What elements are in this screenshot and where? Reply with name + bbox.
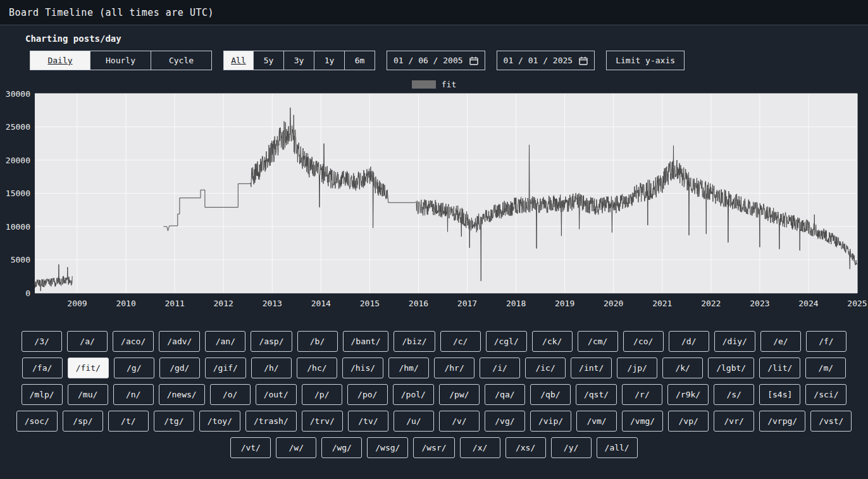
board-button-s4s[interactable]: [s4s] <box>759 384 800 405</box>
board-button-qb[interactable]: /qb/ <box>530 384 571 405</box>
board-button-vm[interactable]: /vm/ <box>576 411 617 432</box>
range-button-1y[interactable]: 1y <box>314 51 345 70</box>
board-button-wsg[interactable]: /wsg/ <box>367 437 408 458</box>
board-button-b[interactable]: /b/ <box>297 331 338 352</box>
range-button-all[interactable]: All <box>223 51 254 70</box>
board-button-jp[interactable]: /jp/ <box>617 358 657 378</box>
board-button-fit[interactable]: /fit/ <box>68 358 109 378</box>
board-button-d[interactable]: /d/ <box>669 331 709 352</box>
board-button-lit[interactable]: /lit/ <box>759 358 800 378</box>
board-button-asp[interactable]: /asp/ <box>251 331 292 352</box>
board-button-sci[interactable]: /sci/ <box>805 384 846 405</box>
board-button-cgl[interactable]: /cgl/ <box>486 331 527 352</box>
board-button-out[interactable]: /out/ <box>256 384 297 405</box>
board-button-adv[interactable]: /adv/ <box>159 331 200 352</box>
board-button-mu[interactable]: /mu/ <box>68 384 108 405</box>
board-button-biz[interactable]: /biz/ <box>394 331 435 352</box>
board-button-toy[interactable]: /toy/ <box>199 411 240 432</box>
board-button-vp[interactable]: /vp/ <box>668 411 709 432</box>
board-button-mlp[interactable]: /mlp/ <box>22 384 63 405</box>
board-button-gd[interactable]: /gd/ <box>159 358 200 378</box>
limit-y-axis-button[interactable]: Limit y-axis <box>606 51 685 70</box>
board-button-y[interactable]: /y/ <box>551 437 592 458</box>
board-button-pw[interactable]: /pw/ <box>439 384 480 405</box>
board-button-gif[interactable]: /gif/ <box>205 358 246 378</box>
board-button-x[interactable]: /x/ <box>460 437 500 458</box>
board-button-h[interactable]: /h/ <box>251 358 292 378</box>
board-button-o[interactable]: /o/ <box>210 384 251 405</box>
range-button-3y[interactable]: 3y <box>284 51 314 70</box>
board-button-xs[interactable]: /xs/ <box>505 437 546 458</box>
board-button-k[interactable]: /k/ <box>662 358 703 378</box>
board-button-w[interactable]: /w/ <box>276 437 316 458</box>
x-tick-label: 2014 <box>311 299 331 308</box>
board-button-bant[interactable]: /bant/ <box>343 331 389 352</box>
chart-legend[interactable]: fit <box>0 78 868 90</box>
board-button-sp[interactable]: /sp/ <box>63 411 103 432</box>
board-button-n[interactable]: /n/ <box>113 384 154 405</box>
chart-subtitle: Charting posts/day <box>25 34 868 44</box>
board-button-v[interactable]: /v/ <box>439 411 480 432</box>
board-button-c[interactable]: /c/ <box>440 331 481 352</box>
board-button-pol[interactable]: /pol/ <box>393 384 434 405</box>
board-button-vt[interactable]: /vt/ <box>230 437 271 458</box>
board-button-an[interactable]: /an/ <box>205 331 245 352</box>
board-button-vst[interactable]: /vst/ <box>810 411 852 432</box>
board-button-3[interactable]: /3/ <box>22 331 62 352</box>
board-button-qa[interactable]: /qa/ <box>485 384 525 405</box>
board-button-wg[interactable]: /wg/ <box>321 437 362 458</box>
board-button-his[interactable]: /his/ <box>342 358 383 378</box>
board-button-hc[interactable]: /hc/ <box>297 358 337 378</box>
board-button-all[interactable]: /all/ <box>597 437 638 458</box>
range-button-6m[interactable]: 6m <box>345 51 375 70</box>
board-button-s[interactable]: /s/ <box>714 384 754 405</box>
board-button-m[interactable]: /m/ <box>805 358 846 378</box>
date-to-input[interactable]: 01 / 01 / 2025 <box>497 51 595 70</box>
board-button-e[interactable]: /e/ <box>760 331 801 352</box>
board-button-po[interactable]: /po/ <box>347 384 388 405</box>
board-selector: /3//a//aco//adv//an//asp//b//bant//biz//… <box>0 331 868 458</box>
board-button-hm[interactable]: /hm/ <box>388 358 429 378</box>
board-button-r[interactable]: /r/ <box>622 384 662 405</box>
mode-button-cycle[interactable]: Cycle <box>151 51 212 70</box>
board-button-r9k[interactable]: /r9k/ <box>667 384 709 405</box>
date-from-input[interactable]: 01 / 06 / 2005 <box>387 51 485 70</box>
mode-button-hourly[interactable]: Hourly <box>90 51 151 70</box>
board-button-vg[interactable]: /vg/ <box>485 411 525 432</box>
board-button-wsr[interactable]: /wsr/ <box>413 437 454 458</box>
board-button-p[interactable]: /p/ <box>302 384 342 405</box>
board-button-vmg[interactable]: /vmg/ <box>622 411 663 432</box>
board-button-diy[interactable]: /diy/ <box>714 331 755 352</box>
posts-per-day-chart[interactable]: 0500010000150002000025000300002009201020… <box>0 91 868 314</box>
board-button-trv[interactable]: /trv/ <box>302 411 343 432</box>
board-button-u[interactable]: /u/ <box>394 411 434 432</box>
mode-button-group: DailyHourlyCycle <box>30 51 212 70</box>
board-button-vip[interactable]: /vip/ <box>530 411 571 432</box>
board-button-tg[interactable]: /tg/ <box>154 411 194 432</box>
board-button-i[interactable]: /i/ <box>480 358 520 378</box>
board-button-int[interactable]: /int/ <box>571 358 612 378</box>
board-button-co[interactable]: /co/ <box>623 331 664 352</box>
board-button-g[interactable]: /g/ <box>114 358 154 378</box>
board-button-f[interactable]: /f/ <box>806 331 846 352</box>
board-button-trash[interactable]: /trash/ <box>245 411 297 432</box>
board-button-cm[interactable]: /cm/ <box>578 331 618 352</box>
board-row: /mlp//mu//n//news//o//out//p//po//pol//p… <box>0 384 868 405</box>
range-button-5y[interactable]: 5y <box>254 51 284 70</box>
board-button-fa[interactable]: /fa/ <box>22 358 63 378</box>
board-button-lgbt[interactable]: /lgbt/ <box>708 358 754 378</box>
board-button-hr[interactable]: /hr/ <box>434 358 474 378</box>
board-button-vrpg[interactable]: /vrpg/ <box>759 411 805 432</box>
board-button-ic[interactable]: /ic/ <box>525 358 566 378</box>
board-button-vr[interactable]: /vr/ <box>714 411 754 432</box>
board-button-tv[interactable]: /tv/ <box>348 411 388 432</box>
board-button-ck[interactable]: /ck/ <box>532 331 573 352</box>
board-button-aco[interactable]: /aco/ <box>113 331 154 352</box>
board-button-news[interactable]: /news/ <box>159 384 205 405</box>
title-bar: Board Timeline (all times are UTC) <box>0 0 868 25</box>
board-button-soc[interactable]: /soc/ <box>16 411 58 432</box>
board-button-qst[interactable]: /qst/ <box>576 384 617 405</box>
mode-button-daily[interactable]: Daily <box>30 51 90 70</box>
board-button-t[interactable]: /t/ <box>108 411 149 432</box>
board-button-a[interactable]: /a/ <box>67 331 108 352</box>
